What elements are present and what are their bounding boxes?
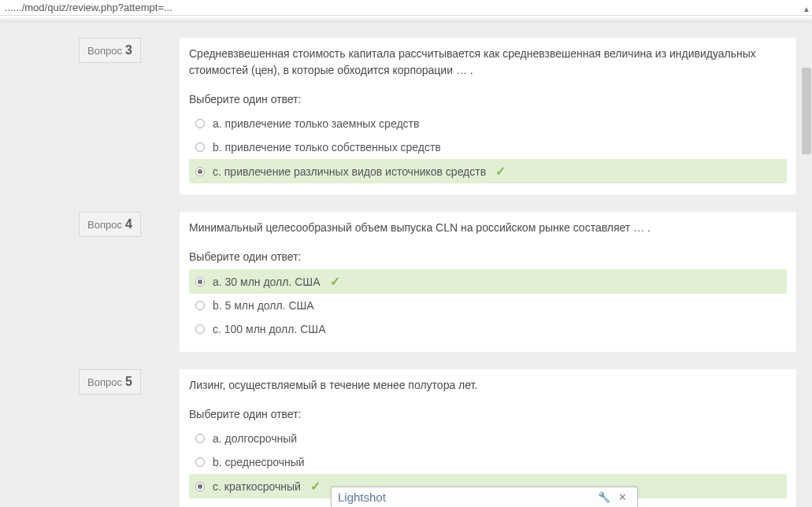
radio-icon[interactable]: [195, 457, 205, 467]
question-label: Вопрос3: [79, 38, 141, 63]
answer-option[interactable]: b. 5 млн долл. США: [189, 294, 787, 317]
question-text: Средневзвешенная стоимость капитала расс…: [189, 38, 787, 82]
question-text: Лизинг, осуществляемый в течение менее п…: [189, 369, 787, 397]
question-block: Вопрос3Средневзвешенная стоимость капита…: [79, 38, 796, 194]
radio-icon[interactable]: [195, 482, 205, 491]
radio-icon[interactable]: [195, 301, 205, 310]
check-icon: ✓: [495, 164, 506, 179]
radio-icon[interactable]: [195, 277, 205, 287]
radio-icon[interactable]: [195, 119, 205, 128]
answer-option[interactable]: b. привлечение только собственных средст…: [189, 135, 787, 159]
answer-text: c. краткосрочный: [213, 480, 301, 493]
answer-text: b. привлечение только собственных средст…: [213, 141, 441, 154]
check-icon: ✓: [330, 274, 340, 289]
answer-option[interactable]: b. среднесрочный: [189, 450, 787, 474]
toolbar-shadow: [0, 16, 812, 20]
answer-text: a. 30 млн долл. США: [213, 276, 321, 288]
scroll-up-icon[interactable]: ▲: [803, 5, 810, 13]
question-label-word: Вопрос: [87, 219, 122, 231]
question-body: Минимальный целесообразный объем выпуска…: [180, 212, 796, 352]
answer-text: a. долгосрочный: [213, 432, 297, 445]
answer-text: a. привлечение только заемных средств: [213, 117, 419, 130]
question-label: Вопрос5: [79, 369, 141, 394]
answer-text: c. привлечение различных видов источнико…: [213, 165, 486, 178]
url-fragment: ....../mod/quiz/review.php?attempt=...: [0, 0, 812, 16]
answer-option[interactable]: a. привлечение только заемных средств: [189, 112, 787, 135]
lightshot-popup: Lightshot 🔧 ✕: [331, 487, 638, 507]
question-number: 3: [125, 43, 132, 57]
answer-text: c. 100 млн долл. США: [213, 323, 326, 335]
question-label: Вопрос4: [79, 212, 141, 237]
radio-icon[interactable]: [195, 142, 205, 152]
answer-text: b. среднесрочный: [213, 456, 305, 468]
answer-option[interactable]: a. 30 млн долл. США✓: [189, 269, 787, 294]
radio-icon[interactable]: [195, 167, 205, 176]
answer-text: b. 5 млн долл. США: [213, 299, 314, 312]
answer-option[interactable]: c. 100 млн долл. США: [189, 317, 787, 341]
close-icon[interactable]: ✕: [614, 491, 631, 503]
choose-one-prompt: Выберите один ответ:: [189, 239, 787, 269]
question-number: 4: [125, 217, 132, 231]
radio-icon[interactable]: [195, 434, 205, 443]
check-icon: ✓: [310, 479, 321, 494]
question-block: Вопрос4Минимальный целесообразный объем …: [79, 212, 796, 352]
question-body: Средневзвешенная стоимость капитала расс…: [180, 38, 796, 194]
question-label-word: Вопрос: [87, 45, 122, 57]
wrench-icon[interactable]: 🔧: [594, 491, 614, 503]
answer-option[interactable]: a. долгосрочный: [189, 427, 787, 450]
choose-one-prompt: Выберите один ответ:: [189, 397, 787, 427]
question-number: 5: [125, 375, 132, 389]
choose-one-prompt: Выберите один ответ:: [189, 82, 787, 112]
answer-option[interactable]: c. привлечение различных видов источнико…: [189, 159, 787, 183]
scrollbar-thumb[interactable]: [802, 68, 811, 154]
popup-title: Lightshot: [338, 490, 594, 504]
question-label-word: Вопрос: [87, 376, 122, 388]
question-text: Минимальный целесообразный объем выпуска…: [189, 212, 787, 239]
radio-icon[interactable]: [195, 324, 205, 334]
